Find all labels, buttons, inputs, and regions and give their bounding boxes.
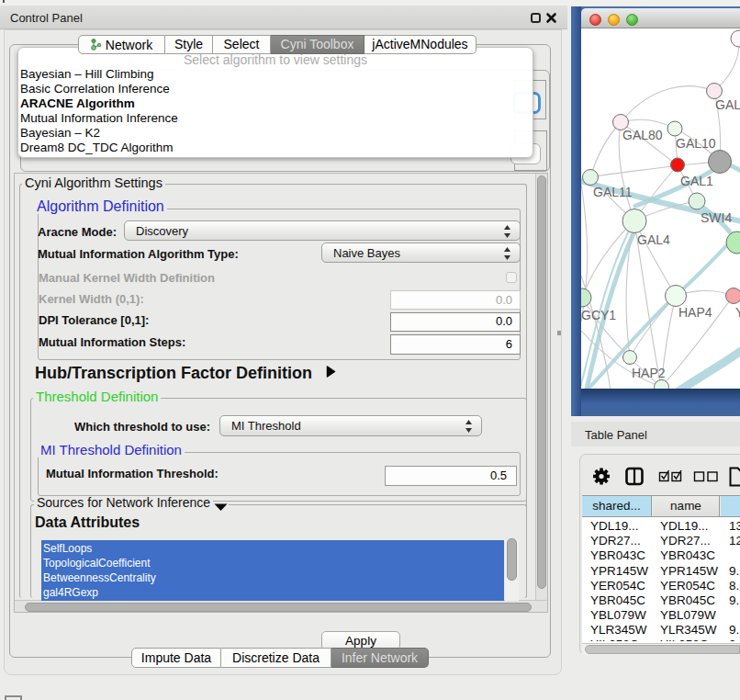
svg-text:GAL80: GAL80 — [622, 128, 663, 142]
svg-text:GAL4: GAL4 — [637, 232, 670, 247]
svg-text:Y: Y — [735, 305, 740, 320]
svg-text:GCY1: GCY1 — [581, 308, 616, 322]
svg-text:HAP2: HAP2 — [632, 366, 666, 380]
svg-text:SWI4: SWI4 — [701, 210, 732, 225]
svg-text:GAL11: GAL11 — [593, 185, 633, 199]
svg-text:HAP4: HAP4 — [678, 305, 712, 320]
svg-text:GAL1: GAL1 — [680, 174, 713, 188]
svg-text:GAL: GAL — [715, 97, 740, 112]
svg-text:GAL10: GAL10 — [676, 136, 716, 151]
